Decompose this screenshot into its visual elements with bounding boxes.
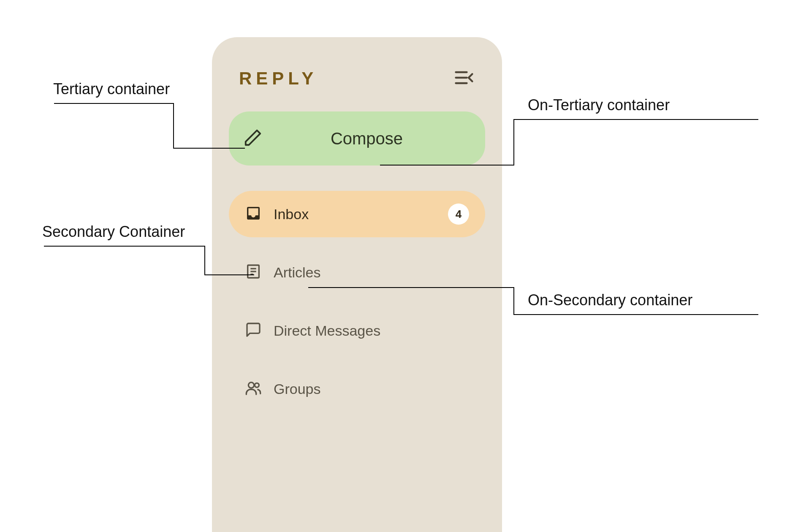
svg-point-8 [255, 383, 259, 387]
navigation-drawer: REPLY Compose [212, 37, 502, 532]
nav-item-inbox[interactable]: Inbox 4 [229, 191, 485, 237]
leader-line [513, 119, 758, 120]
callout-tertiary-container: Tertiary container [53, 80, 170, 98]
leader-line [308, 287, 514, 288]
brand-wordmark: REPLY [239, 68, 318, 89]
svg-point-7 [248, 383, 254, 388]
drawer-header: REPLY [212, 37, 502, 103]
nav-item-groups[interactable]: Groups [229, 366, 485, 412]
callout-on-tertiary-container: On-Tertiary container [528, 96, 670, 114]
leader-line [54, 103, 174, 104]
callout-secondary-container: Secondary Container [42, 223, 185, 241]
compose-label: Compose [263, 129, 471, 148]
nav-item-articles[interactable]: Articles [229, 249, 485, 296]
callout-on-secondary-container: On-Secondary container [528, 291, 692, 309]
diagram-canvas: REPLY Compose [0, 0, 809, 532]
leader-line [173, 103, 174, 148]
nav-label: Direct Messages [274, 323, 469, 339]
leader-line [380, 165, 514, 166]
article-icon [245, 263, 262, 282]
leader-line [44, 246, 205, 247]
leader-line [204, 274, 254, 275]
nav-item-direct-messages[interactable]: Direct Messages [229, 307, 485, 354]
nav-label: Articles [274, 264, 469, 281]
compose-button[interactable]: Compose [229, 111, 485, 166]
leader-line [173, 148, 245, 149]
nav-badge: 4 [448, 204, 469, 225]
menu-open-icon[interactable] [453, 67, 475, 90]
leader-line [204, 246, 205, 274]
nav-label: Inbox [274, 206, 436, 223]
leader-line [513, 314, 758, 315]
chat-icon [245, 321, 262, 340]
pencil-icon [243, 128, 263, 149]
nav-label: Groups [274, 381, 469, 397]
leader-line [513, 287, 514, 314]
leader-line [513, 119, 514, 166]
group-icon [245, 380, 262, 398]
inbox-icon [245, 205, 262, 223]
nav-list: Inbox 4 Articles [212, 191, 502, 412]
